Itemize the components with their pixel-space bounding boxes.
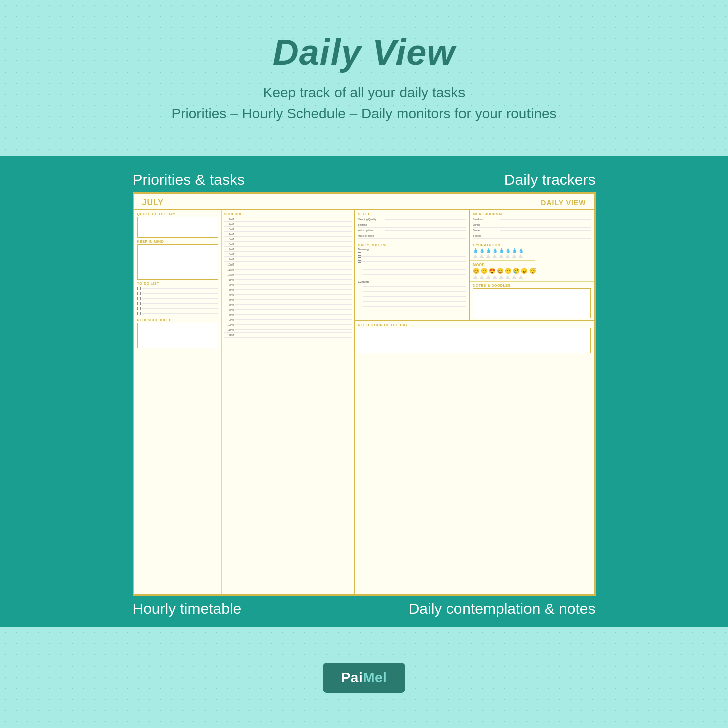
planner: JULY DAILY VIEW QUOTE OF THE DAY [133, 192, 596, 596]
water-drop-4: 💧 [492, 248, 498, 253]
hydration-marks [473, 254, 532, 258]
water-drop-8: 💧 [518, 248, 524, 253]
keep-in-mind-title: KEEP IN MIND [137, 240, 219, 243]
todo-checkbox[interactable] [137, 287, 141, 290]
todo-item [137, 306, 219, 311]
label-timetable: Hourly timetable [133, 600, 242, 617]
subtitle-line2: Priorities – Hourly Schedule – Daily mon… [171, 103, 556, 124]
mood-icons-row: 😊 🙂 😍 😄 😐 😢 😠 😴 [473, 268, 591, 274]
routine-checkbox[interactable] [358, 300, 361, 303]
mood-happy: 😊 [473, 268, 480, 274]
todo-checkbox[interactable] [137, 312, 141, 315]
todo-title: TO-DO LIST [137, 282, 219, 285]
water-drop-7: 💧 [512, 248, 517, 253]
routine-evening-item [358, 299, 466, 304]
todo-checkbox[interactable] [137, 307, 141, 310]
routine-checkbox[interactable] [358, 268, 361, 271]
todo-checkbox[interactable] [137, 292, 141, 295]
mood-title: MOOD [473, 263, 591, 267]
main-section: Priorities & tasks Daily trackers JULY D… [0, 156, 728, 627]
sleep-title: SLEEP [358, 212, 466, 216]
water-drops-container: 💧 💧 💧 💧 💧 💧 💧 💧 [473, 248, 532, 253]
routine-checkbox[interactable] [358, 273, 361, 276]
brand-badge: PaiMel [323, 663, 406, 693]
subtitle-line1: Keep track of all your daily tasks [171, 82, 556, 103]
label-priorities: Priorities & tasks [133, 171, 245, 188]
todo-item [137, 301, 219, 306]
todo-item [137, 291, 219, 296]
routine-morning-item [358, 252, 466, 257]
todo-item [137, 311, 219, 316]
routine-evening-label: Evening [358, 280, 466, 283]
water-drop-5: 💧 [499, 248, 504, 253]
water-drop-3: 💧 [486, 248, 491, 253]
routine-checkbox[interactable] [358, 252, 361, 256]
labels-row-bottom: Hourly timetable Daily contemplation & n… [133, 600, 596, 617]
todo-list [137, 286, 219, 316]
mood-angry: 😠 [521, 268, 528, 274]
label-trackers: Daily trackers [504, 171, 596, 188]
meal-title: MEAL JOURNAL [473, 212, 591, 216]
water-drop-1: 💧 [473, 248, 478, 253]
todo-checkbox[interactable] [137, 297, 141, 300]
footer: PaiMel [0, 627, 728, 728]
routine-section: DAILY ROUTINE Morning Evening [355, 241, 470, 320]
brand-part2: Mel [363, 670, 387, 685]
subtitle: Keep track of all your daily tasks Prior… [171, 82, 556, 124]
mood-neutral: 😐 [505, 268, 512, 274]
rescheduled-box[interactable] [137, 323, 219, 348]
routine-checkbox[interactable] [358, 290, 361, 293]
planner-daily-view: DAILY VIEW [541, 198, 586, 207]
keep-in-mind-box[interactable] [137, 244, 219, 280]
notes-title: NOTES & DOODLES [473, 284, 591, 287]
brand-part1: Pai [341, 670, 363, 685]
mood-love: 😍 [489, 268, 496, 274]
planner-month: JULY [142, 198, 164, 207]
left-sections: QUOTE OF THE DAY KEEP IN MIND TO-DO LIST [134, 210, 222, 594]
routine-evening-item [358, 289, 466, 294]
todo-checkbox[interactable] [137, 302, 141, 305]
reflection-title: REFLECTION OF THE DAY [358, 323, 591, 327]
routine-hydration-row: DAILY ROUTINE Morning Evening [355, 241, 594, 321]
todo-item [137, 296, 219, 301]
routine-morning-item [358, 257, 466, 262]
rescheduled-title: REDESCHEDULED [137, 318, 219, 322]
reflection-box[interactable] [358, 328, 591, 353]
right-column: SLEEP Sleeping Quality Bedtime Wake up t… [355, 210, 594, 594]
routine-checkbox[interactable] [358, 285, 361, 288]
hydration-title: HYDRATATION [473, 243, 532, 247]
routine-morning-item [358, 272, 466, 277]
todo-item [137, 286, 219, 291]
labels-row-top: Priorities & tasks Daily trackers [133, 171, 596, 188]
notes-section: NOTES & DOODLES [470, 282, 594, 320]
right-trackers: HYDRATATION 💧 💧 💧 💧 💧 💧 💧 💧 [470, 241, 594, 320]
routine-checkbox[interactable] [358, 305, 361, 308]
sleep-meal-row: SLEEP Sleeping Quality Bedtime Wake up t… [355, 210, 594, 241]
schedule-column: SCHEDULE 1AM 2AM 3AM 4AM 5AM 6AM 7AM 8AM… [222, 210, 354, 594]
planner-body: QUOTE OF THE DAY KEEP IN MIND TO-DO LIST [134, 210, 594, 594]
brand-name: PaiMel [341, 670, 387, 685]
mood-marks [473, 275, 591, 279]
rescheduled-section: REDESCHEDULED [137, 318, 219, 592]
routine-morning-item [358, 262, 466, 267]
meal-section: MEAL JOURNAL Breakfast Lunch Dinner Snac… [470, 210, 594, 241]
routine-checkbox[interactable] [358, 257, 361, 261]
routine-morning: Morning [358, 248, 466, 251]
schedule-title: SCHEDULE [224, 212, 352, 216]
mood-excited: 😄 [497, 268, 504, 274]
quote-section: QUOTE OF THE DAY [137, 212, 219, 238]
left-column: QUOTE OF THE DAY KEEP IN MIND TO-DO LIST [134, 210, 355, 594]
todo-section: TO-DO LIST [137, 282, 219, 316]
routine-checkbox[interactable] [358, 262, 361, 266]
mood-tired: 😴 [529, 268, 536, 274]
quote-box[interactable] [137, 217, 219, 238]
hydration-section: HYDRATATION 💧 💧 💧 💧 💧 💧 💧 💧 [470, 241, 535, 261]
routine-title: DAILY ROUTINE [358, 243, 466, 247]
quote-title: QUOTE OF THE DAY [137, 212, 219, 216]
notes-box[interactable] [473, 288, 591, 318]
routine-checkbox[interactable] [358, 295, 361, 298]
schedule-times-am: 1AM 2AM 3AM 4AM 5AM 6AM 7AM 8AM 9AM 10AM… [224, 217, 352, 338]
page-title: Daily View [273, 32, 456, 73]
keep-in-mind-section: KEEP IN MIND [137, 240, 219, 280]
reflection-section: REFLECTION OF THE DAY [355, 321, 594, 355]
